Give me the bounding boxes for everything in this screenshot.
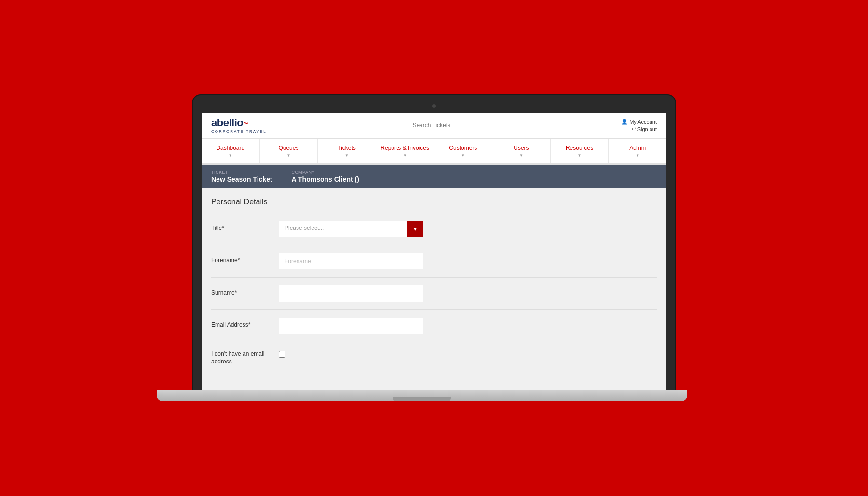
breadcrumb-bar: Ticket New Season Ticket Company A Thoms… (202, 165, 666, 188)
breadcrumb-ticket-label: Ticket (211, 170, 272, 174)
sign-out-label: Sign out (637, 126, 657, 132)
nav-item-tickets[interactable]: Tickets (318, 139, 376, 163)
my-account-label: My Account (629, 119, 657, 125)
sign-out-link[interactable]: ↩ Sign out (632, 126, 657, 132)
breadcrumb-ticket: Ticket New Season Ticket (211, 170, 272, 183)
nav-label-dashboard: Dashboard (216, 145, 244, 151)
logo-area: abellio~ CORPORATE TRAVEL (211, 118, 267, 134)
title-form-row: Title* Please select... ▼ (211, 221, 657, 245)
nav-item-reports-invoices[interactable]: Reports & Invoices (376, 139, 434, 163)
forename-field-area (279, 253, 423, 269)
no-email-label: I don't have an email address (211, 350, 279, 366)
nav-item-admin[interactable]: Admin (609, 139, 666, 163)
nav-label-users: Users (514, 145, 529, 151)
email-label: Email Address* (211, 318, 279, 328)
nav-label-queues: Queues (278, 145, 298, 151)
user-area: 👤 My Account ↩ Sign out (621, 119, 657, 132)
nav-item-resources[interactable]: Resources (551, 139, 609, 163)
nav-label-reports-invoices: Reports & Invoices (380, 145, 429, 151)
logo-name: abellio (211, 117, 243, 129)
nav-label-resources: Resources (566, 145, 593, 151)
form-area: Title* Please select... ▼ Fore (211, 216, 657, 379)
breadcrumb-ticket-value: New Season Ticket (211, 175, 272, 183)
title-select-wrapper: Please select... ▼ (279, 221, 423, 237)
email-field-area (279, 318, 423, 334)
no-email-checkbox-area[interactable] (279, 350, 285, 358)
search-area (281, 120, 621, 131)
forename-form-row: Forename* (211, 253, 657, 278)
user-icon: 👤 (621, 119, 628, 125)
nav-label-customers: Customers (449, 145, 477, 151)
surname-field-area (279, 285, 423, 302)
laptop-bezel: abellio~ CORPORATE TRAVEL 👤 My Account ↩… (193, 95, 675, 390)
main-content: Personal Details Title* Please select...… (202, 188, 666, 390)
search-input[interactable] (412, 120, 489, 131)
laptop-base (157, 390, 687, 401)
section-title: Personal Details (211, 198, 657, 206)
no-email-row: I don't have an email address (211, 350, 657, 366)
title-label: Title* (211, 221, 279, 231)
app-header: abellio~ CORPORATE TRAVEL 👤 My Account ↩… (202, 113, 666, 139)
nav-item-queues[interactable]: Queues (260, 139, 318, 163)
laptop-camera (432, 104, 436, 108)
email-form-row: Email Address* (211, 318, 657, 342)
signout-icon: ↩ (632, 126, 636, 132)
nav-item-customers[interactable]: Customers (434, 139, 493, 163)
nav-item-users[interactable]: Users (492, 139, 551, 163)
surname-label: Surname* (211, 285, 279, 296)
surname-form-row: Surname* (211, 285, 657, 310)
forename-input[interactable] (279, 253, 423, 269)
my-account-link[interactable]: 👤 My Account (621, 119, 657, 125)
chevron-down-icon: ▼ (412, 226, 418, 232)
surname-input[interactable] (279, 285, 423, 302)
breadcrumb-company-label: Company (292, 170, 359, 174)
title-field-area: Please select... ▼ (279, 221, 423, 237)
nav-label-admin: Admin (629, 145, 646, 151)
title-select-display[interactable]: Please select... (279, 221, 407, 237)
email-input[interactable] (279, 318, 423, 334)
forename-label: Forename* (211, 253, 279, 264)
logo-subtitle: CORPORATE TRAVEL (211, 129, 267, 134)
nav-label-tickets: Tickets (338, 145, 356, 151)
nav-bar: Dashboard Queues Tickets Reports & Invoi… (202, 139, 666, 165)
breadcrumb-company-value: A Thomsons Client () (292, 175, 359, 183)
nav-item-dashboard[interactable]: Dashboard (202, 139, 260, 163)
logo-text: abellio~ (211, 118, 267, 128)
title-dropdown-button[interactable]: ▼ (407, 221, 423, 237)
no-email-checkbox[interactable] (279, 351, 285, 358)
laptop-wrapper: abellio~ CORPORATE TRAVEL 👤 My Account ↩… (193, 95, 675, 401)
laptop-screen: abellio~ CORPORATE TRAVEL 👤 My Account ↩… (202, 113, 666, 390)
logo-curl: ~ (243, 119, 248, 128)
breadcrumb-company: Company A Thomsons Client () (292, 170, 359, 183)
